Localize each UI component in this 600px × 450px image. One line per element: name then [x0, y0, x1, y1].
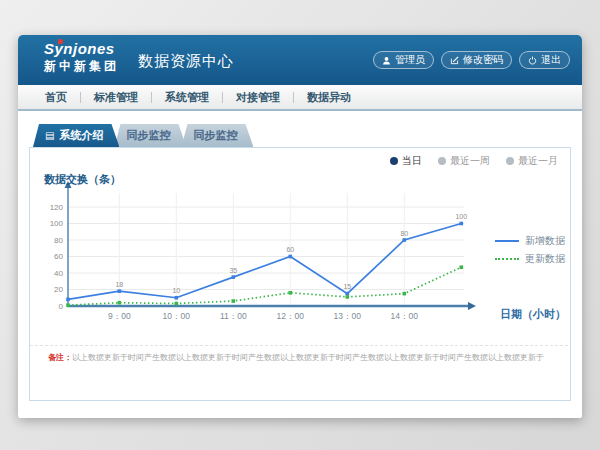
point-label: 18: [115, 281, 123, 288]
point-label: 60: [286, 246, 294, 253]
filter-today[interactable]: 当日: [390, 154, 422, 168]
data-point: [118, 301, 122, 305]
tab-bar: ▤ 系统介绍 同步监控 同步监控: [33, 124, 253, 147]
nav-item-standard-mgmt[interactable]: 标准管理: [81, 85, 151, 109]
x-tick-label: 10：00: [163, 311, 191, 321]
data-point: [403, 238, 407, 242]
x-tick-label: 12：00: [277, 311, 305, 321]
data-point: [66, 298, 70, 302]
main-nav: 首页 标准管理 系统管理 对接管理 数据异动: [18, 85, 582, 111]
app-header: Synjones 新中新集团 数据资源中心 管理员 修改密码 退出: [18, 35, 582, 85]
footnote-prefix: 备注：: [48, 353, 72, 362]
note-divider: [30, 345, 568, 346]
footnote: 备注：以上数据更新于时间产生数据以上数据更新于时间产生数据以上数据更新于时间产生…: [48, 352, 568, 363]
x-tick-label: 13：00: [334, 311, 362, 321]
tab-label: 同步监控: [126, 129, 170, 141]
nav-item-home[interactable]: 首页: [32, 85, 80, 109]
admin-user-button[interactable]: 管理员: [373, 51, 434, 69]
point-label: 10: [172, 287, 180, 294]
data-point: [289, 291, 293, 295]
chart-legend: 新增数据 更新数据: [495, 232, 565, 268]
legend-item-new-data: 新增数据: [495, 232, 565, 250]
logout-label: 退出: [541, 53, 561, 67]
data-point: [118, 289, 122, 293]
footnote-text: 以上数据更新于时间产生数据以上数据更新于时间产生数据以上数据更新于时间产生数据以…: [72, 353, 544, 362]
data-point: [460, 222, 464, 226]
nav-item-data-change[interactable]: 数据异动: [294, 85, 364, 109]
tab-label: 同步监控: [193, 129, 237, 141]
app-window: Synjones 新中新集团 数据资源中心 管理员 修改密码 退出: [18, 35, 582, 418]
company-logo: Synjones 新中新集团: [44, 41, 119, 73]
y-tick-label: 80: [54, 236, 63, 245]
x-tick-label: 14：00: [391, 311, 419, 321]
change-password-button[interactable]: 修改密码: [441, 51, 512, 69]
y-tick-label: 120: [50, 203, 64, 212]
data-point: [460, 265, 464, 269]
filter-label: 最近一周: [450, 154, 490, 168]
y-tick-label: 40: [54, 269, 63, 278]
range-filter-group: 当日 最近一周 最近一月: [390, 154, 558, 168]
x-axis-arrow-icon: [468, 302, 476, 310]
tab-sync-monitor-2[interactable]: 同步监控: [181, 124, 253, 147]
admin-user-label: 管理员: [395, 53, 425, 67]
edit-icon: [450, 56, 459, 65]
legend-label: 更新数据: [525, 252, 565, 266]
point-label: 80: [400, 230, 408, 237]
data-point: [232, 275, 236, 279]
y-axis-title: 数据交换（条）: [44, 172, 121, 187]
green-dotted-swatch-icon: [495, 258, 519, 260]
data-point: [175, 296, 179, 300]
tab-sync-monitor-1[interactable]: 同步监控: [114, 124, 186, 147]
data-point: [175, 302, 179, 306]
power-icon: [528, 56, 537, 65]
x-tick-label: 11：00: [220, 311, 247, 321]
y-tick-label: 0: [59, 302, 64, 311]
page-title: 数据资源中心: [138, 35, 234, 85]
point-label: 100: [455, 213, 467, 220]
radio-icon: [506, 157, 514, 165]
desktop-background: Synjones 新中新集团 数据资源中心 管理员 修改密码 退出: [0, 0, 600, 450]
logo-text-cn: 新中新集团: [44, 60, 119, 73]
radio-icon: [438, 157, 446, 165]
y-tick-label: 60: [54, 252, 63, 261]
y-tick-label: 100: [50, 219, 64, 228]
filter-label: 当日: [402, 154, 422, 168]
y-tick-label: 20: [54, 285, 63, 294]
filter-label: 最近一月: [518, 154, 558, 168]
nav-item-interface-mgmt[interactable]: 对接管理: [223, 85, 293, 109]
logo-accent-icon: [58, 39, 63, 44]
data-point: [403, 292, 407, 296]
data-point: [289, 255, 293, 259]
legend-label: 新增数据: [525, 234, 565, 248]
blue-line-swatch-icon: [495, 240, 519, 242]
logo-text-en: Synjones: [44, 41, 119, 58]
user-icon: [382, 56, 391, 65]
tab-label: 系统介绍: [59, 124, 103, 147]
filter-last-week[interactable]: 最近一周: [438, 154, 490, 168]
x-tick-label: 9：00: [108, 311, 131, 321]
change-password-label: 修改密码: [463, 53, 503, 67]
document-icon: ▤: [45, 131, 54, 141]
user-action-group: 管理员 修改密码 退出: [373, 51, 570, 69]
x-axis-title: 日期（小时）: [500, 307, 566, 322]
data-point: [232, 299, 236, 303]
filter-last-month[interactable]: 最近一月: [506, 154, 558, 168]
line-chart: 0204060801001209：0010：0011：0012：0013：001…: [38, 175, 498, 330]
radio-selected-icon: [390, 157, 398, 165]
logout-button[interactable]: 退出: [519, 51, 570, 69]
data-point: [66, 303, 70, 307]
data-point: [346, 292, 350, 296]
data-point: [346, 295, 350, 299]
legend-item-updated-data: 更新数据: [495, 250, 565, 268]
point-label: 35: [229, 267, 237, 274]
tab-system-intro[interactable]: ▤ 系统介绍: [33, 124, 119, 147]
nav-item-system-mgmt[interactable]: 系统管理: [152, 85, 222, 109]
point-label: 15: [343, 283, 351, 290]
